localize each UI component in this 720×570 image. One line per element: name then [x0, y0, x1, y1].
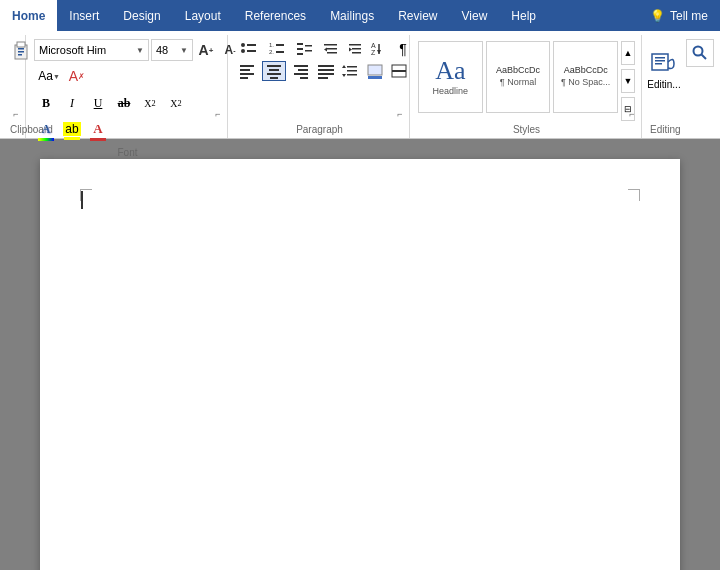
style-headline[interactable]: Aa Headline	[418, 41, 483, 113]
font-family-selector[interactable]: Microsoft Him ▼	[34, 39, 149, 61]
editing-group: Editin... Editing	[644, 35, 684, 138]
tab-mailings[interactable]: Mailings	[318, 0, 386, 31]
search-button[interactable]	[686, 39, 714, 67]
svg-rect-16	[305, 45, 312, 47]
subscript-button[interactable]: X2	[138, 91, 162, 115]
tell-me-button[interactable]: 💡 Tell me	[638, 0, 720, 31]
highlight-color-button[interactable]: ab	[60, 119, 84, 143]
svg-rect-45	[318, 77, 328, 79]
style-nospace-label: ¶ No Spac...	[561, 77, 610, 87]
shading-button[interactable]	[364, 61, 386, 81]
tab-layout[interactable]: Layout	[173, 0, 233, 31]
svg-rect-1	[17, 42, 25, 47]
font-group: Microsoft Him ▼ 48 ▼ A+ A- Aa▼ A✗ B I U	[28, 35, 228, 138]
paragraph-group-expand[interactable]: ⌐	[394, 108, 406, 120]
svg-rect-18	[324, 44, 337, 46]
styles-group: Aa Headline AaBbCcDc ¶ Normal AaBbCcDc ¶…	[412, 35, 642, 138]
increase-indent-button[interactable]	[344, 39, 366, 59]
numbering-button[interactable]: 1. 2.	[264, 39, 290, 59]
styles-group-label: Styles	[418, 122, 635, 138]
svg-rect-46	[347, 66, 357, 68]
lightbulb-icon: 💡	[650, 9, 665, 23]
styles-group-expand[interactable]: ⌐	[626, 108, 638, 120]
svg-rect-42	[318, 65, 334, 67]
svg-rect-55	[652, 54, 668, 70]
svg-text:1.: 1.	[269, 42, 274, 48]
document-page[interactable]	[40, 159, 680, 570]
superscript-button[interactable]: X2	[164, 91, 188, 115]
svg-point-59	[694, 47, 703, 56]
underline-button[interactable]: U	[86, 91, 110, 115]
svg-rect-10	[276, 44, 284, 46]
tab-home[interactable]: Home	[0, 0, 57, 31]
menu-bar: Home Insert Design Layout References Mai…	[0, 0, 720, 31]
editing-group-label: Editing	[650, 122, 678, 138]
strikethrough-button[interactable]: ab	[112, 91, 136, 115]
editing-button[interactable]: Editin...	[638, 39, 689, 99]
svg-rect-44	[318, 73, 334, 75]
font-color-button[interactable]: A	[86, 119, 110, 143]
styles-scroll-up[interactable]: ▲	[621, 41, 635, 65]
bold-button[interactable]: B	[34, 91, 58, 115]
align-center-button[interactable]	[262, 61, 286, 81]
svg-line-60	[702, 55, 707, 60]
document-area	[0, 139, 720, 570]
multilevel-list-button[interactable]	[292, 39, 318, 59]
text-effects-button[interactable]: A	[34, 119, 58, 143]
svg-text:2.: 2.	[269, 49, 274, 55]
svg-rect-51	[368, 65, 382, 75]
svg-marker-49	[342, 65, 346, 68]
tab-review[interactable]: Review	[386, 0, 449, 31]
tab-view[interactable]: View	[450, 0, 500, 31]
paragraph-group-label: Paragraph	[236, 122, 403, 138]
styles-scroll-down[interactable]: ▼	[621, 69, 635, 93]
svg-rect-14	[297, 48, 303, 50]
svg-rect-52	[368, 76, 382, 79]
svg-rect-40	[294, 73, 308, 75]
align-right-button[interactable]	[288, 61, 312, 81]
tab-help[interactable]: Help	[499, 0, 548, 31]
style-nospace[interactable]: AaBbCcDc ¶ No Spac...	[553, 41, 618, 113]
svg-rect-6	[247, 44, 256, 46]
line-spacing-button[interactable]	[340, 61, 362, 81]
svg-point-5	[241, 43, 245, 47]
clipboard-expand[interactable]: ⌐	[10, 108, 22, 120]
font-size-selector[interactable]: 48 ▼	[151, 39, 193, 61]
svg-rect-57	[655, 60, 665, 62]
ribbon: Clipboard ⌐ Microsoft Him ▼ 48 ▼ A+ A- A…	[0, 31, 720, 139]
style-normal-preview: AaBbCcDc	[496, 66, 540, 75]
decrease-indent-button[interactable]	[320, 39, 342, 59]
border-button[interactable]	[388, 61, 410, 81]
text-cursor	[81, 191, 83, 209]
svg-rect-48	[347, 74, 357, 76]
font-grow-button[interactable]: A+	[195, 39, 217, 61]
justify-button[interactable]	[314, 61, 338, 81]
svg-rect-39	[298, 69, 308, 71]
style-normal[interactable]: AaBbCcDc ¶ Normal	[486, 41, 551, 113]
show-formatting-button[interactable]: ¶	[392, 39, 414, 59]
sort-button[interactable]: A Z	[368, 39, 390, 59]
bullets-button[interactable]	[236, 39, 262, 59]
svg-rect-8	[247, 50, 256, 52]
font-group-expand[interactable]: ⌐	[212, 108, 224, 120]
align-left-button[interactable]	[236, 61, 260, 81]
svg-point-7	[241, 49, 245, 53]
svg-rect-22	[349, 44, 361, 46]
svg-rect-56	[655, 57, 665, 59]
svg-rect-34	[267, 65, 281, 67]
svg-rect-47	[347, 70, 357, 72]
svg-rect-30	[240, 65, 254, 67]
italic-button[interactable]: I	[60, 91, 84, 115]
font-size-dropdown-icon: ▼	[180, 46, 188, 55]
tab-design[interactable]: Design	[111, 0, 172, 31]
svg-rect-41	[300, 77, 308, 79]
clear-format-button[interactable]: A✗	[66, 65, 88, 87]
tab-references[interactable]: References	[233, 0, 318, 31]
change-case-button[interactable]: Aa▼	[34, 65, 64, 87]
svg-rect-32	[240, 73, 254, 75]
font-size-value: 48	[156, 44, 168, 56]
font-family-value: Microsoft Him	[39, 44, 129, 56]
svg-rect-33	[240, 77, 248, 79]
svg-rect-35	[269, 69, 279, 71]
tab-insert[interactable]: Insert	[57, 0, 111, 31]
